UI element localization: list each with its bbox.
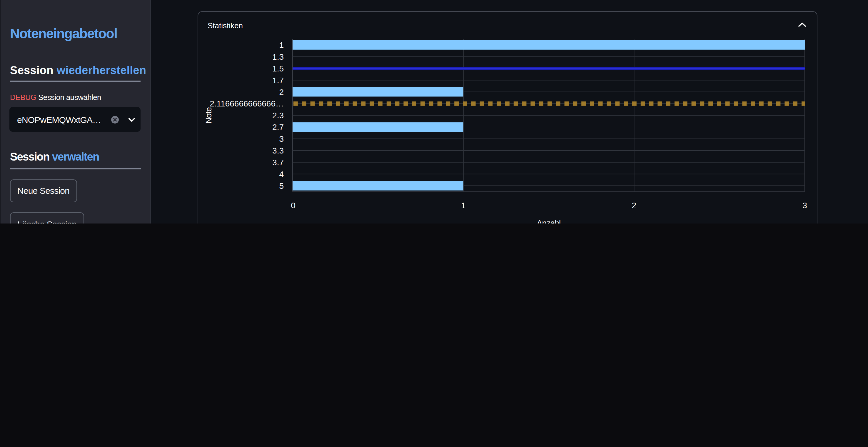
svg-text:1.3: 1.3 xyxy=(272,52,284,61)
svg-text:1.5: 1.5 xyxy=(272,64,284,73)
svg-text:2.7: 2.7 xyxy=(272,123,284,132)
svg-text:4: 4 xyxy=(279,170,284,179)
svg-text:2: 2 xyxy=(632,201,637,210)
svg-text:Note: Note xyxy=(204,107,214,124)
svg-text:5: 5 xyxy=(279,181,284,190)
svg-text:2.1166666666666…: 2.1166666666666… xyxy=(210,99,284,108)
svg-text:Anzahl: Anzahl xyxy=(537,218,561,224)
svg-text:1: 1 xyxy=(279,40,284,50)
svg-text:3.7: 3.7 xyxy=(272,158,284,167)
svg-text:3: 3 xyxy=(802,201,807,210)
svg-text:3: 3 xyxy=(279,135,284,144)
svg-text:2: 2 xyxy=(279,88,284,97)
svg-text:0: 0 xyxy=(291,201,296,210)
svg-text:1.7: 1.7 xyxy=(272,76,284,85)
svg-text:2.3: 2.3 xyxy=(272,111,284,120)
svg-text:1: 1 xyxy=(461,201,466,210)
svg-text:3.3: 3.3 xyxy=(272,146,284,155)
